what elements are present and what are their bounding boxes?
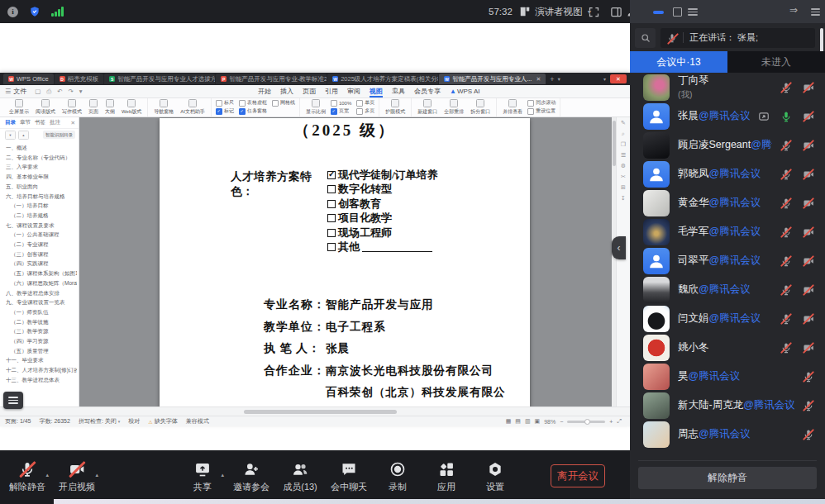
caret-up-icon[interactable]: ▴	[45, 472, 49, 478]
close-window-button[interactable]: ✕	[610, 74, 627, 83]
new-tab-icon[interactable]: +	[550, 75, 554, 83]
wps-doc-tab[interactable]: S智能产品开发与应用专业人才选拔方...	[104, 74, 215, 84]
ribbon-checkbox[interactable]: 重设位置	[527, 107, 556, 115]
toolbar-button-录制[interactable]: 录制	[379, 461, 417, 493]
toolbar-button-邀请参会[interactable]: 邀请参会	[232, 461, 270, 493]
participant-row[interactable]: 张晨@腾讯会议	[630, 102, 825, 131]
toolbar-button-应用[interactable]: 应用	[427, 461, 465, 493]
view-mode-selector[interactable]: 演讲者视图 ▼	[519, 0, 592, 23]
ribbon-button[interactable]: 显示比例	[304, 99, 327, 116]
participant-row[interactable]: 司翠平@腾讯会议	[630, 246, 825, 275]
toolbar-button-成员(13)[interactable]: 成员(13)	[281, 461, 319, 493]
toolbar-button-会中聊天[interactable]: 会中聊天	[330, 461, 368, 493]
leave-meeting-button[interactable]: 离开会议	[551, 464, 605, 487]
outline-item[interactable]: （三）创客课程	[6, 250, 77, 259]
nav-tab-书签[interactable]: 书签	[35, 119, 45, 126]
menu-审阅[interactable]: 审阅	[347, 85, 360, 97]
outline-item[interactable]: （五）质量管理	[6, 346, 77, 356]
caret-up-icon[interactable]: ▴	[221, 472, 224, 478]
ribbon-button[interactable]: 护眼模式	[384, 99, 407, 116]
ribbon-checkbox[interactable]: 网格线	[272, 99, 295, 107]
ribbon-button[interactable]: 写作模式	[60, 99, 83, 116]
horizontal-scrollbar[interactable]	[0, 407, 630, 416]
ribbon-checkbox[interactable]: 表格虚框	[239, 99, 267, 107]
smart-outline-button[interactable]: 智能识别目录	[43, 131, 75, 139]
ribbon-button[interactable]: 全屏显示	[7, 99, 31, 116]
outline-item[interactable]: （四）实践课程	[6, 259, 77, 269]
ribbon-checkbox[interactable]: 单页	[356, 99, 374, 107]
ribbon-button[interactable]: 大纲	[103, 99, 117, 116]
participant-row[interactable]: 闫文娟@腾讯会议	[630, 304, 825, 333]
outline-item[interactable]: （一）培养目标	[6, 201, 77, 211]
outline-item[interactable]: 六、培养目标与培养规格	[6, 192, 77, 202]
participant-row[interactable]: 郭晓凤@腾讯会议	[630, 159, 825, 188]
outline-item[interactable]: （六）课程思政矩阵（Moral Education Matr...	[6, 278, 77, 288]
ribbon-checkbox[interactable]: 同步滚动	[527, 99, 556, 107]
outline-expand-icon[interactable]: ▴	[18, 131, 29, 140]
wps-doc-tab[interactable]: P智能产品开发与应用专业-教学标准2...	[216, 74, 327, 84]
side-panel-icon[interactable]	[610, 6, 622, 18]
outline-expand-icon[interactable]: ▾	[5, 131, 16, 140]
panel-options-icon[interactable]	[811, 8, 820, 17]
maximize-icon[interactable]	[673, 7, 682, 17]
status-item[interactable]: ⚠缺失字体	[148, 417, 177, 426]
ribbon-checkbox[interactable]: 标记	[216, 107, 234, 115]
ribbon-button[interactable]: 拆分窗口	[469, 99, 492, 116]
outline-item[interactable]: 三、入学要求	[6, 162, 77, 172]
view-mode-icon[interactable]: ▥	[525, 418, 531, 425]
outline-item[interactable]: （一）师资队伍	[6, 307, 77, 317]
zoom-out-icon[interactable]: −	[560, 419, 563, 425]
wps-doc-tab[interactable]: W智能产品开发与应用专业人...✕	[439, 74, 546, 84]
wps-doc-tab[interactable]: WWPS Office	[3, 74, 54, 84]
outline-item[interactable]: 二、专业名称（专业代码）	[6, 153, 77, 163]
menu-WPS AI[interactable]: ▲WPS AI	[450, 85, 479, 97]
fullscreen-icon[interactable]	[588, 6, 600, 18]
wps-doc-tab[interactable]: D稻壳充模板	[55, 74, 104, 84]
quick-icon[interactable]: ↶	[57, 88, 62, 96]
view-mode-icon[interactable]: ▤	[515, 418, 521, 425]
status-item[interactable]: 拼写检查: 关闭▾	[79, 417, 120, 426]
participant-row[interactable]: 毛学军@腾讯会议	[630, 217, 825, 246]
side-tool-icon[interactable]: ✎	[621, 120, 626, 126]
tab-caret-icon[interactable]: ▼	[557, 77, 561, 82]
meeting-toolbar-toggle[interactable]	[3, 392, 23, 409]
status-item[interactable]: 页面: 1/45	[5, 417, 31, 426]
panel-tab-会议中·13[interactable]: 会议中·13	[630, 51, 727, 73]
ribbon-button[interactable]: AI文档助手	[179, 99, 207, 116]
ribbon-button[interactable]: 页面	[87, 99, 100, 116]
info-icon[interactable]: i	[7, 7, 18, 17]
outline-item[interactable]: （四）学习资源	[6, 336, 77, 346]
caret-up-icon[interactable]: ▴	[95, 472, 98, 478]
outline-item[interactable]: 十一、毕业要求	[6, 355, 77, 365]
shield-icon[interactable]	[29, 6, 41, 17]
side-tool-icon[interactable]: ↧	[621, 195, 626, 202]
ribbon-button[interactable]: 新建窗口	[416, 99, 439, 116]
toolbar-button-解除静音[interactable]: ▴解除静音	[8, 461, 46, 493]
zoom-in-icon[interactable]: +	[609, 419, 613, 425]
participant-row[interactable]: 周志@腾讯会议	[630, 420, 825, 449]
quick-access-toolbar[interactable]: ▢⎙↶↷▾	[35, 88, 82, 96]
side-tool-icon[interactable]: ☰	[621, 152, 626, 159]
network-signal-icon[interactable]	[51, 7, 64, 17]
close-icon[interactable]: ✕	[71, 120, 75, 126]
ribbon-button[interactable]: 导航窗格	[152, 99, 175, 116]
quick-icon[interactable]: ↷	[69, 88, 74, 96]
window-menu-icon[interactable]	[688, 8, 698, 17]
participant-row[interactable]: 魏欣@腾讯会议	[630, 275, 825, 304]
wps-doc-tab[interactable]: W2025级人才培养方案定稿表(相关分析...	[327, 74, 438, 84]
toolbar-button-开启视频[interactable]: ▴开启视频	[58, 461, 96, 493]
ribbon-search-icon[interactable]	[392, 87, 399, 96]
outline-item[interactable]: （五）课程体系架构（如图11所示）	[6, 269, 77, 278]
quick-icon[interactable]: ▾	[79, 88, 83, 96]
toolbar-button-设置[interactable]: 设置	[476, 461, 514, 493]
ribbon-button[interactable]: 全部重排	[442, 99, 465, 116]
outline-item[interactable]: 七、课程设置及要求	[6, 221, 77, 231]
outline-item[interactable]: 八、教学进程总体安排	[6, 288, 77, 298]
ribbon-checkbox[interactable]: 多页	[356, 107, 374, 115]
menu-页面[interactable]: 页面	[303, 85, 316, 97]
participant-row[interactable]: 丁向琴(我)	[630, 73, 825, 102]
ribbon-checkbox[interactable]: 页宽	[331, 107, 351, 115]
side-tool-icon[interactable]: ⚙	[621, 163, 626, 169]
nav-tab-目录[interactable]: 目录	[5, 119, 16, 126]
outline-item[interactable]: （二）教学设施	[6, 317, 77, 327]
